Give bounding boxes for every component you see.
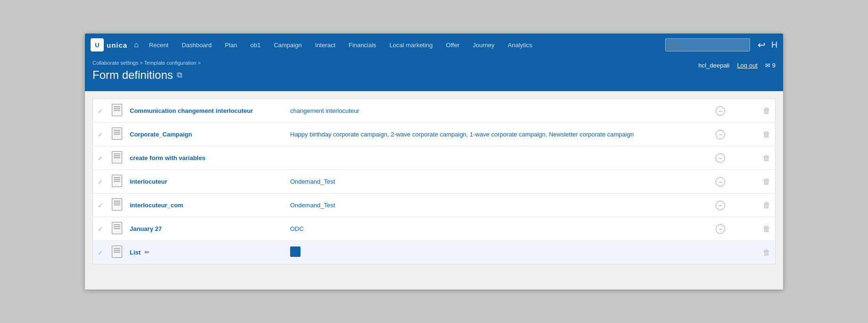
row-name-4[interactable]: interlocuteur [130, 178, 167, 185]
row-delete-1[interactable]: 🗑 [763, 107, 770, 115]
table-row: ✓ List ✏ 🗑 [93, 241, 775, 264]
form-icon-6 [112, 222, 122, 234]
row-check-2[interactable]: ✓ [98, 131, 103, 138]
row-desc-4: Ondemand_Test [290, 178, 335, 185]
row-check-3[interactable]: ✓ [98, 154, 103, 162]
row-minus-5[interactable]: − [716, 201, 725, 210]
header-right: hcl_deepali Log out ✉ 9 [699, 62, 776, 69]
row-name-5[interactable]: interlocuteur_com [130, 202, 183, 209]
nav-item-plan[interactable]: Plan [219, 34, 243, 56]
mail-count: 9 [772, 62, 776, 69]
row-delete-2[interactable]: 🗑 [763, 130, 770, 138]
row-desc-1: changement interlocuteur [290, 107, 359, 114]
row-edit-icon-7[interactable]: ✏ [144, 249, 150, 256]
row-delete-6[interactable]: 🗑 [763, 225, 770, 233]
row-desc-5: Ondemand_Test [290, 202, 335, 209]
table-row: ✓ interlocuteur Ondemand_Test − 🗑 [93, 170, 775, 194]
row-name-3[interactable]: create form with variables [130, 154, 205, 162]
form-icon-3 [112, 151, 122, 163]
username: hcl_deepali [699, 62, 730, 69]
logo-text: unica [107, 41, 127, 49]
row-minus-1[interactable]: − [716, 106, 725, 116]
row-delete-7[interactable]: 🗑 [763, 248, 770, 256]
row-name-7[interactable]: List [130, 249, 141, 256]
row-check-5[interactable]: ✓ [98, 202, 103, 209]
content-area: ✓ Communication changement interlocuteur… [85, 91, 783, 289]
page-title: Form definitions ⧉ [92, 68, 776, 82]
logout-button[interactable]: Log out [737, 62, 757, 69]
row-name-6[interactable]: January 27 [130, 225, 162, 232]
logo: U unica [91, 38, 127, 51]
nav-item-ob1[interactable]: ob1 [245, 34, 267, 56]
row-minus-6[interactable]: − [716, 224, 725, 234]
page-title-text: Form definitions [92, 68, 173, 82]
mail-icon[interactable]: ✉ [765, 62, 770, 69]
nav-item-local-marketing[interactable]: Local marketing [384, 34, 439, 56]
external-link-icon[interactable]: ⧉ [177, 71, 182, 79]
table-row: ✓ interlocuteur_com Ondemand_Test − 🗑 [93, 194, 775, 217]
nav-item-recent[interactable]: Recent [143, 34, 174, 56]
table-row: ✓ Corporate_Campaign Happy birthday corp… [93, 123, 775, 146]
table-container: ✓ Communication changement interlocuteur… [92, 99, 776, 264]
row-check-4[interactable]: ✓ [98, 178, 103, 186]
form-icon-1 [112, 104, 122, 116]
nav-item-offer[interactable]: Offer [440, 34, 465, 56]
nav-item-journey[interactable]: Journey [467, 34, 500, 56]
row-delete-3[interactable]: 🗑 [763, 154, 770, 162]
row-check-1[interactable]: ✓ [98, 107, 103, 115]
row-name-2[interactable]: Corporate_Campaign [130, 131, 192, 138]
app-window: U unica ⌂ Recent Dashboard Plan ob1 Camp… [85, 34, 783, 289]
row-delete-4[interactable]: 🗑 [763, 178, 770, 186]
back-icon[interactable]: ↩ [758, 39, 766, 51]
row-minus-3[interactable]: − [716, 153, 725, 163]
row-desc-6: ODC [290, 225, 304, 232]
nav-item-campaign[interactable]: Campaign [268, 34, 307, 56]
table-row: ✓ Communication changement interlocuteur… [93, 99, 775, 123]
search-input[interactable] [665, 38, 750, 51]
top-navbar: U unica ⌂ Recent Dashboard Plan ob1 Camp… [85, 34, 783, 56]
row-blue-indicator-7 [290, 246, 300, 257]
mail-badge: ✉ 9 [765, 62, 776, 69]
row-check-7[interactable]: ✓ [98, 249, 103, 256]
nav-item-financials[interactable]: Financials [343, 34, 382, 56]
nav-item-dashboard[interactable]: Dashboard [176, 34, 217, 56]
logo-icon: U [91, 38, 104, 51]
row-desc-2: Happy birthday corporate campaign, 2-wav… [290, 131, 634, 138]
row-minus-2[interactable]: − [716, 130, 725, 139]
header-area: Collaborate settings > Template configur… [85, 56, 783, 91]
home-icon[interactable]: ⌂ [134, 41, 139, 49]
nav-item-analytics[interactable]: Analytics [502, 34, 538, 56]
row-check-6[interactable]: ✓ [98, 225, 103, 233]
breadcrumb: Collaborate settings > Template configur… [92, 60, 776, 66]
form-icon-4 [112, 175, 122, 187]
user-icon[interactable]: H [771, 40, 777, 50]
table-row: ✓ January 27 ODC − 🗑 [93, 217, 775, 241]
row-delete-5[interactable]: 🗑 [763, 201, 770, 209]
form-definitions-table: ✓ Communication changement interlocuteur… [93, 99, 775, 264]
form-icon-2 [112, 128, 122, 140]
nav-item-interact[interactable]: Interact [309, 34, 341, 56]
form-icon-7 [112, 246, 122, 258]
row-minus-4[interactable]: − [716, 177, 725, 187]
table-row: ✓ create form with variables − 🗑 [93, 146, 775, 170]
row-name-1[interactable]: Communication changement interlocuteur [130, 107, 253, 114]
form-icon-5 [112, 198, 122, 211]
